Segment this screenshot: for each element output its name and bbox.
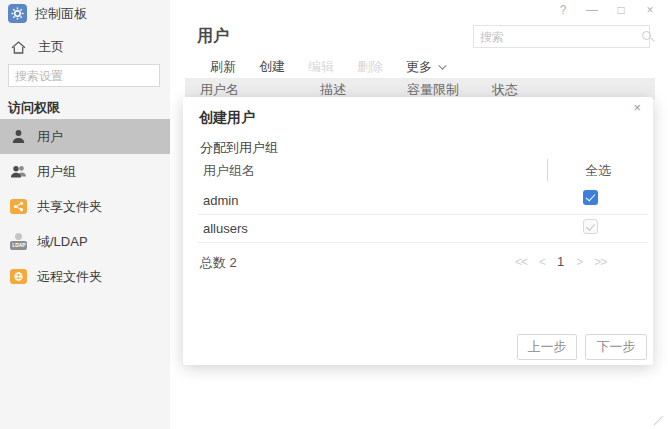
sidebar-item-label: 共享文件夹 <box>37 198 102 216</box>
sidebar-item-user-groups[interactable]: 用户组 <box>0 154 170 189</box>
current-page-label: 1 <box>557 254 564 269</box>
page-title: 用户 <box>197 26 229 47</box>
window-controls: ? — □ × <box>556 3 657 17</box>
search-icon <box>641 30 654 43</box>
main-search-box <box>473 25 650 48</box>
dialog-close-icon[interactable]: × <box>633 100 641 115</box>
more-button[interactable]: 更多 <box>406 58 444 76</box>
control-panel-title: 控制面板 <box>35 5 87 23</box>
next-page-button[interactable]: > <box>576 255 582 269</box>
create-button[interactable]: 创建 <box>259 58 285 76</box>
control-panel-gear-icon <box>8 4 27 23</box>
maximize-button[interactable]: □ <box>614 3 628 17</box>
sidebar-home-label: 主页 <box>38 38 64 56</box>
home-icon <box>10 39 27 56</box>
delete-button[interactable]: 删除 <box>357 58 383 76</box>
previous-step-button[interactable]: 上一步 <box>517 334 577 360</box>
pagination: << < 1 > >> <box>515 254 606 269</box>
sidebar-item-label: 远程文件夹 <box>37 268 102 286</box>
window-close-button[interactable]: × <box>643 3 657 17</box>
shared-folder-icon <box>10 199 27 214</box>
checkbox-allusers <box>583 219 598 234</box>
group-name-column-header: 用户组名 <box>203 162 255 180</box>
dialog-title: 创建用户 <box>199 109 255 127</box>
ldap-icon: LDAP <box>10 233 27 250</box>
refresh-button[interactable]: 刷新 <box>210 58 236 76</box>
remote-folder-icon <box>10 269 27 284</box>
next-step-button[interactable]: 下一步 <box>585 334 647 360</box>
minimize-button[interactable]: — <box>585 3 599 17</box>
sidebar: 控制面板 主页 访问权限 用户 <box>0 0 170 429</box>
sidebar-item-users[interactable]: 用户 <box>0 119 170 154</box>
sidebar-item-label: 域/LDAP <box>37 233 88 251</box>
total-count-label: 总数 2 <box>200 254 237 272</box>
group-row-admin: admin <box>203 193 238 208</box>
control-panel-header: 控制面板 <box>8 4 87 23</box>
sidebar-search-box <box>8 64 160 87</box>
sidebar-section-access: 访问权限 <box>8 99 60 117</box>
sidebar-item-label: 用户 <box>37 128 63 146</box>
user-icon <box>10 128 27 145</box>
main-search-input[interactable] <box>474 26 641 47</box>
last-page-button[interactable]: >> <box>594 255 606 269</box>
sidebar-item-home[interactable]: 主页 <box>10 38 64 56</box>
user-group-icon <box>10 163 27 180</box>
row-divider <box>198 242 648 243</box>
checkbox-admin[interactable] <box>583 190 598 205</box>
column-separator <box>547 159 548 181</box>
first-page-button[interactable]: << <box>515 255 527 269</box>
select-all-column-header: 全选 <box>585 162 611 180</box>
sidebar-search-input[interactable] <box>9 65 176 86</box>
group-row-allusers: allusers <box>203 221 248 236</box>
help-button[interactable]: ? <box>556 3 570 17</box>
dialog-subtitle: 分配到用户组 <box>200 139 278 157</box>
sidebar-item-remote-folders[interactable]: 远程文件夹 <box>0 259 170 294</box>
edit-button[interactable]: 编辑 <box>308 58 334 76</box>
chevron-down-icon <box>438 61 446 69</box>
sidebar-item-label: 用户组 <box>37 163 76 181</box>
sidebar-item-domain-ldap[interactable]: LDAP 域/LDAP <box>0 224 170 259</box>
prev-page-button[interactable]: < <box>539 255 545 269</box>
toolbar: 刷新 创建 编辑 删除 更多 <box>210 58 444 76</box>
sidebar-nav: 用户 用户组 <box>0 119 170 294</box>
row-divider <box>198 214 648 215</box>
create-user-dialog: × 创建用户 分配到用户组 用户组名 全选 admin allusers 总数 … <box>183 97 653 365</box>
sidebar-item-shared-folders[interactable]: 共享文件夹 <box>0 189 170 224</box>
